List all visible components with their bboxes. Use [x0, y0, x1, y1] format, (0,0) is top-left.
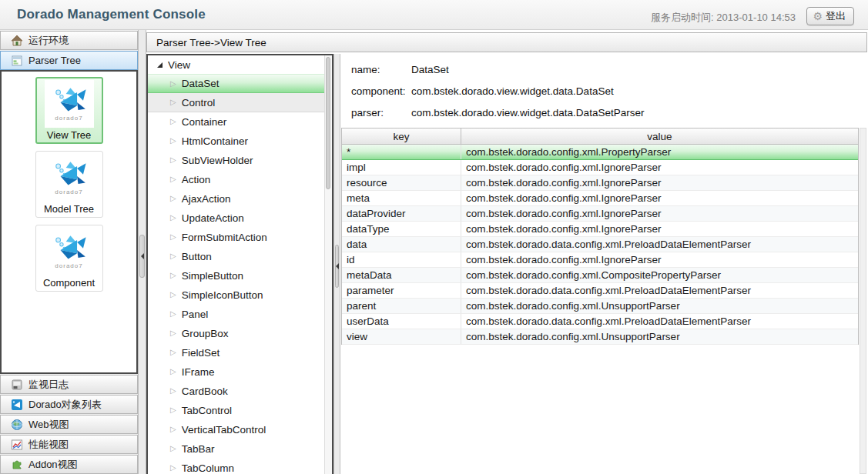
sidebar-splitter[interactable] [138, 30, 146, 474]
tree-node-groupbox[interactable]: ▷GroupBox [148, 324, 324, 343]
puzzle-icon [11, 459, 23, 471]
tree-node-dataset[interactable]: ▷DataSet [148, 74, 324, 93]
cell-key: userData [342, 314, 461, 329]
tree-node-cardbook[interactable]: ▷CardBook [148, 382, 324, 401]
column-header-value[interactable]: value [461, 129, 858, 144]
tree-node-label: IFrame [182, 366, 215, 378]
table-row[interactable]: resourcecom.bstek.dorado.config.xml.Igno… [342, 175, 858, 191]
tree-node-panel[interactable]: ▷Panel [148, 305, 324, 324]
tree-node-label: UpdateAction [182, 212, 244, 224]
table-row[interactable]: userDatacom.bstek.dorado.data.config.xml… [342, 314, 858, 329]
tile-view-tree[interactable]: dorado7 View Tree [35, 77, 103, 144]
tree-node-tabcontrol[interactable]: ▷TabControl [148, 401, 324, 420]
sidebar-item-runtime-env[interactable]: 运行环境 [0, 31, 138, 50]
tile-label: Model Tree [36, 203, 102, 215]
tree-node-button[interactable]: ▷Button [148, 247, 324, 266]
log-icon [11, 379, 23, 391]
parser-tree-tile-list: dorado7 View Tree dorado7 Model Tree [0, 70, 138, 374]
tree-node-control[interactable]: ▷Control [148, 93, 324, 112]
tree-node-tabbar[interactable]: ▷TabBar [148, 439, 324, 459]
tree-splitter[interactable] [333, 54, 340, 474]
cell-key: dataProvider [342, 206, 461, 221]
field-value: com.bstek.dorado.view.widget.data.DataSe… [411, 85, 614, 97]
field-value: DataSet [411, 64, 449, 75]
tree-node-label: Container [182, 116, 227, 128]
cell-value: com.bstek.dorado.config.xml.UnsupportPar… [461, 329, 858, 344]
tree-node-container[interactable]: ▷Container [148, 112, 324, 132]
tree-node-iframe[interactable]: ▷IFrame [148, 362, 324, 382]
collapse-left-icon [336, 263, 339, 269]
table-row[interactable]: viewcom.bstek.dorado.config.xml.Unsuppor… [342, 329, 858, 345]
section-label: 监视日志 [28, 378, 69, 392]
table-row[interactable]: dataProvidercom.bstek.dorado.config.xml.… [342, 206, 858, 222]
tree-node-verticaltabcontrol[interactable]: ▷VerticalTabControl [148, 420, 324, 439]
cell-value: com.bstek.dorado.config.xml.PropertyPars… [461, 145, 858, 159]
tree-node-action[interactable]: ▷Action [148, 170, 324, 189]
detail-scrollbar[interactable] [860, 128, 866, 474]
sidebar-item-web-view[interactable]: Web视图 [0, 415, 138, 434]
sidebar-item-addon-view[interactable]: Addon视图 [0, 455, 138, 474]
tree-node-simpleiconbutton[interactable]: ▷SimpleIconButton [148, 285, 324, 305]
table-row[interactable]: parentcom.bstek.dorado.config.xml.Unsupp… [342, 299, 858, 314]
cell-value: com.bstek.dorado.config.xml.IgnoreParser [461, 222, 858, 236]
cell-key: parameter [342, 283, 461, 298]
table-row[interactable]: datacom.bstek.dorado.data.config.xml.Pre… [342, 237, 858, 252]
column-header-key[interactable]: key [342, 129, 461, 144]
sidebar-collapse-handle[interactable] [139, 235, 145, 278]
sidebar-item-performance-view[interactable]: 性能视图 [0, 435, 138, 454]
tree-node-ajaxaction[interactable]: ▷AjaxAction [148, 189, 324, 209]
sidebar-item-parser-tree[interactable]: Parser Tree [0, 51, 138, 70]
table-row[interactable]: parametercom.bstek.dorado.data.config.xm… [342, 283, 858, 299]
detail-panel: name: DataSet component: com.bstek.dorad… [340, 54, 868, 474]
tree-node-htmlcontainer[interactable]: ▷HtmlContainer [148, 132, 324, 151]
tree-collapse-handle[interactable] [335, 245, 339, 288]
tree-node-label: Control [182, 97, 216, 108]
dorado-logo-text: dorado7 [55, 262, 82, 269]
table-row[interactable]: metacom.bstek.dorado.config.xml.IgnorePa… [342, 191, 858, 206]
tree-node-label: VerticalTabControl [182, 424, 266, 436]
table-row[interactable]: dataTypecom.bstek.dorado.config.xml.Igno… [342, 222, 858, 237]
sidebar-item-dorado-object-list[interactable]: Dorado对象列表 [0, 395, 138, 414]
collapsed-arrow-icon: ▷ [170, 406, 176, 414]
table-row[interactable]: *com.bstek.dorado.config.xml.PropertyPar… [342, 145, 858, 160]
table-row[interactable]: implcom.bstek.dorado.config.xml.IgnorePa… [342, 160, 858, 175]
section-label: Addon视图 [28, 458, 78, 472]
tree-node-label: GroupBox [182, 328, 229, 339]
table-row[interactable]: metaDatacom.bstek.dorado.config.xml.Comp… [342, 268, 858, 283]
collapsed-arrow-icon: ▷ [170, 233, 176, 241]
app-header: Dorado Management Console 服务启动时间: 2013-0… [0, 0, 868, 30]
collapsed-arrow-icon: ▷ [170, 214, 176, 222]
tree-node-formsubmitaction[interactable]: ▷FormSubmitAction [148, 228, 324, 247]
collapsed-arrow-icon: ▷ [170, 118, 176, 125]
tree-node-simplebutton[interactable]: ▷SimpleButton [148, 266, 324, 285]
tile-component[interactable]: dorado7 Component [35, 225, 103, 292]
collapsed-arrow-icon: ▷ [170, 98, 176, 106]
tree-node-subviewholder[interactable]: ▷SubViewHolder [148, 151, 324, 170]
logout-button[interactable]: ⚙ 登出 [806, 7, 854, 25]
section-label: 性能视图 [28, 438, 69, 452]
sidebar-item-monitor-log[interactable]: 监视日志 [0, 375, 138, 394]
tree-node-label: FormSubmitAction [182, 232, 267, 243]
field-row-component: component: com.bstek.dorado.view.widget.… [351, 85, 868, 107]
cell-key: metaData [342, 268, 461, 282]
tile-model-tree[interactable]: dorado7 Model Tree [35, 151, 103, 218]
field-row-parser: parser: com.bstek.dorado.view.widget.dat… [351, 107, 868, 129]
tree-doc-icon [11, 55, 23, 67]
tree-row-list: View▷DataSet▷Control▷Container▷HtmlConta… [148, 55, 324, 474]
expanded-arrow-icon [157, 62, 163, 68]
tile-label: Component [36, 277, 102, 289]
collapsed-arrow-icon: ▷ [170, 137, 176, 145]
gear-icon: ⚙ [813, 11, 823, 22]
tree-node-root[interactable]: View [148, 55, 324, 74]
table-row[interactable]: idcom.bstek.dorado.config.xml.IgnorePars… [342, 252, 858, 268]
tree-node-fieldset[interactable]: ▷FieldSet [148, 343, 324, 362]
tree-scrollbar[interactable] [324, 55, 332, 474]
tree-node-tabcolumn[interactable]: ▷TabColumn [148, 459, 324, 474]
tree-node-updateaction[interactable]: ▷UpdateAction [148, 209, 324, 228]
collapsed-arrow-icon: ▷ [170, 310, 176, 318]
cell-value: com.bstek.dorado.config.xml.IgnoreParser [461, 206, 858, 221]
tree-scrollbar-thumb[interactable] [326, 57, 330, 189]
tree-node-label: Panel [182, 309, 209, 320]
dorado-logo-text: dorado7 [55, 115, 82, 122]
globe-icon [11, 419, 23, 431]
